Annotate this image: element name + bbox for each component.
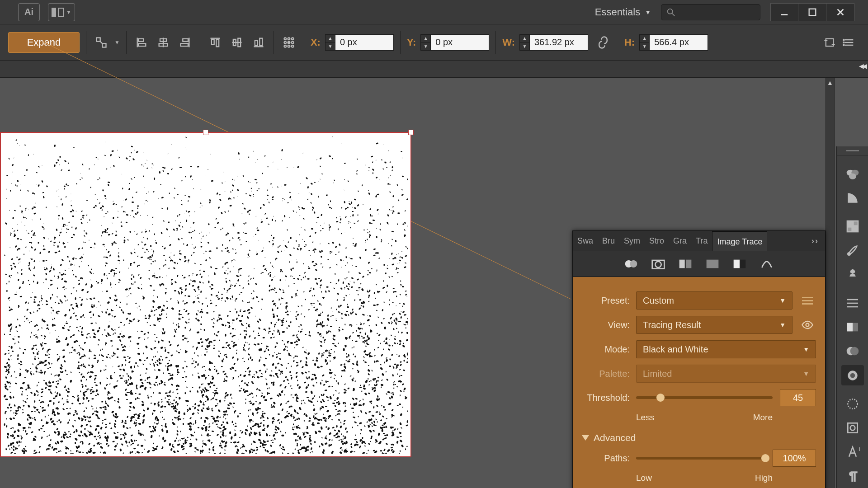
color-icon[interactable] [841,164,864,184]
advanced-toggle[interactable]: Advanced [582,432,816,443]
svg-point-62 [848,399,857,409]
h-input[interactable] [649,34,708,51]
paths-slider[interactable] [636,457,765,460]
svg-point-43 [843,42,844,42]
x-stepper[interactable]: ▲▼ [325,34,394,51]
scroll-up-icon[interactable]: ▲ [826,78,834,88]
svg-rect-26 [259,38,262,45]
close-button[interactable] [826,3,854,21]
svg-point-64 [850,426,855,431]
minimize-button[interactable] [770,3,798,21]
svg-point-52 [847,252,851,256]
tab-swatches[interactable]: Swa [573,236,598,246]
tab-transparency[interactable]: Tra [691,236,712,246]
workspace-switcher[interactable]: Essentials ▼ [595,6,651,18]
preset-lowcolor-icon[interactable] [678,258,693,270]
align-center-v-icon[interactable] [228,34,245,51]
panel-tab-overflow-icon[interactable]: ›› [805,236,825,246]
svg-rect-10 [138,38,144,41]
paths-value[interactable]: 100% [773,450,816,467]
preset-menu-icon[interactable] [799,292,816,309]
panel-grip[interactable] [836,146,868,155]
gradient-icon[interactable] [841,317,864,338]
tab-brushes[interactable]: Bru [598,236,619,246]
svg-rect-16 [183,38,188,41]
y-input[interactable] [430,34,489,51]
svg-point-0 [668,9,673,14]
w-input[interactable] [529,34,588,51]
vertical-scrollbar[interactable]: ▲ [826,78,835,488]
transparency-icon[interactable] [841,341,864,361]
svg-rect-50 [847,227,852,232]
y-label: Y: [407,37,416,48]
preset-auto-icon[interactable] [624,258,638,270]
y-stepper[interactable]: ▲▼ [420,34,489,51]
document-tab-strip: ◀◀ [0,61,868,78]
search-input[interactable] [661,4,760,20]
w-label: W: [502,37,515,48]
reference-point-icon[interactable] [280,34,297,51]
svg-point-66 [630,260,637,267]
view-dropdown[interactable]: Tracing Result▼ [636,316,793,334]
svg-rect-25 [255,40,258,46]
svg-point-33 [284,45,286,47]
image-trace-icon[interactable] [841,365,864,385]
align-top-icon[interactable] [207,34,224,51]
transform-each-icon[interactable] [93,34,110,51]
arrange-documents-button[interactable]: ▼ [48,3,75,21]
svg-line-1 [672,13,675,16]
tab-symbols[interactable]: Sym [619,236,645,246]
appearance-icon[interactable] [841,394,864,414]
preset-photo-icon[interactable] [651,258,665,270]
tab-image-trace[interactable]: Image Trace [712,231,767,251]
search-icon [666,7,676,17]
work-area: ▲ I Swa Bru Sym Stro Gra Tra Image Trace [0,78,868,488]
view-eye-icon[interactable] [799,319,816,331]
swatches-icon[interactable] [841,216,864,237]
svg-point-32 [292,41,294,43]
svg-point-28 [288,38,290,40]
selection-handle-top[interactable] [203,130,208,135]
preset-dropdown[interactable]: Custom▼ [636,291,793,310]
preset-outline-icon[interactable] [760,258,774,270]
w-stepper[interactable]: ▲▼ [519,34,588,51]
graphic-styles-icon[interactable] [841,418,864,438]
selection-handle-top-right[interactable] [408,130,414,135]
preset-bw-icon[interactable] [732,258,747,270]
paragraph-icon[interactable] [841,466,864,486]
workspace-label: Essentials [595,6,640,18]
svg-rect-57 [847,323,853,332]
collapse-panels-icon[interactable]: ◀◀ [859,62,865,70]
svg-rect-7 [102,43,106,47]
app-icon[interactable]: Ai [18,3,40,21]
tab-gradient[interactable]: Gra [669,236,691,246]
stroke-icon[interactable] [841,293,864,314]
align-right-icon[interactable] [176,34,193,51]
x-input[interactable] [335,34,394,51]
svg-point-34 [288,45,290,47]
align-center-h-icon[interactable] [155,34,172,51]
tab-stroke[interactable]: Stro [645,236,669,246]
type-icon[interactable]: I [841,442,864,462]
h-label: H: [624,37,635,48]
svg-rect-69 [679,260,685,268]
threshold-label: Threshold: [582,393,636,403]
mode-dropdown[interactable]: Black and White▼ [636,340,816,358]
align-bottom-icon[interactable] [250,34,267,51]
svg-point-31 [288,41,290,43]
trace-preset-icons [573,251,825,277]
brushes-icon[interactable] [841,240,864,261]
panel-menu-icon[interactable] [843,34,855,51]
crop-image-icon[interactable] [821,34,838,51]
link-wh-toggle[interactable] [594,34,612,51]
threshold-slider[interactable] [636,396,773,399]
svg-point-27 [284,38,286,40]
h-stepper[interactable]: ▲▼ [639,34,708,51]
align-left-icon[interactable] [133,34,150,51]
symbols-icon[interactable] [841,264,864,285]
traced-artwork[interactable] [0,132,411,457]
color-guide-icon[interactable] [841,188,864,208]
preset-gray-icon[interactable] [705,258,720,270]
threshold-value[interactable]: 45 [780,389,816,406]
maximize-button[interactable] [798,3,826,21]
